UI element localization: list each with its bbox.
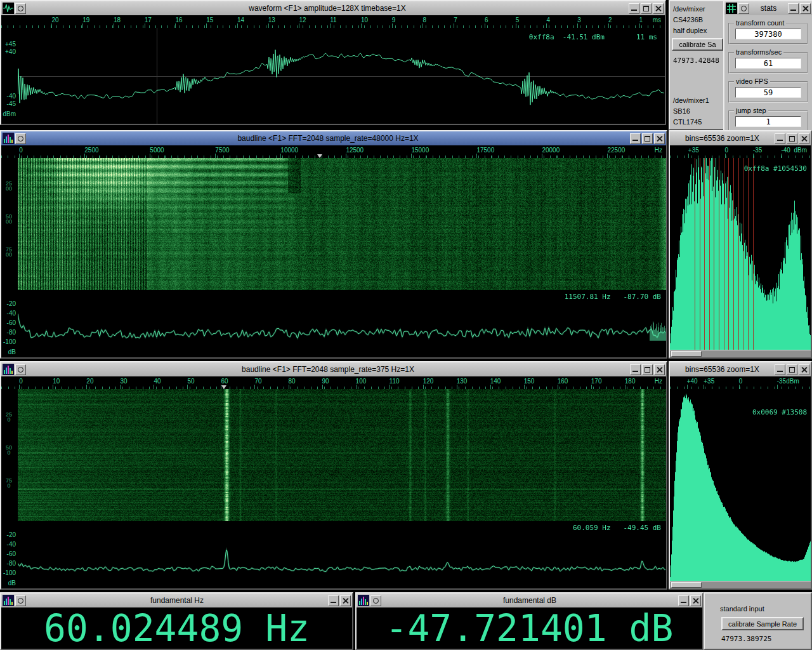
waveform-app-icon[interactable] — [3, 3, 14, 14]
ruler-label: 30 — [120, 378, 127, 385]
spectro375-db-axis: -20-40-60-80-100dB — [1, 521, 18, 588]
fundamental-db-value: -47.721401 dB — [357, 607, 702, 649]
waveform-minimize-button[interactable] — [629, 3, 639, 14]
hist48k-maximize-button[interactable] — [787, 133, 797, 144]
ruler-unit: Hz — [655, 147, 662, 154]
waveform-maximize-button[interactable] — [641, 3, 652, 14]
stats-group-label: jump step — [734, 107, 768, 114]
stats-shade-button[interactable] — [738, 3, 749, 14]
spectro48k-maximize-button[interactable] — [642, 133, 653, 144]
hist375-display[interactable]: 0x0069 #13508 — [670, 389, 811, 581]
spectro48k-shade-button[interactable] — [15, 133, 26, 144]
stats-group: video FPS59 — [728, 81, 808, 103]
ruler-label: 90 — [322, 378, 329, 385]
waveform-titlebar[interactable]: waveform <F1> amplitude=128X timebase=1X — [1, 1, 665, 15]
hist48k-scrollbar[interactable] — [670, 350, 811, 357]
fundamental-db-window: fundamental dB -47.721401 dB — [355, 592, 704, 650]
spectro375-frequency-ruler[interactable]: 0102030405060708090100110120130140150160… — [1, 376, 666, 389]
hist375-histogram-canvas[interactable] — [670, 389, 811, 581]
stats-group: transforms/sec61 — [728, 52, 808, 74]
hist375-scrollbar-thumb[interactable] — [671, 582, 702, 588]
axis-label: -40 — [7, 310, 16, 317]
calibrate-sample-button-clipped[interactable]: calibrate Sa — [672, 38, 723, 51]
ruler-label: 18 — [114, 17, 121, 23]
hist375-dbm-ruler[interactable]: +40+350-35dBm — [670, 376, 811, 389]
fundamental-db-titlebar[interactable]: fundamental dB — [357, 594, 702, 607]
hist48k-scrollbar-thumb[interactable] — [671, 351, 702, 357]
spectro48k-display[interactable]: 250050007500 -20-40-60-80-100dB 11507.81… — [1, 158, 666, 357]
stats-group-value: 59 — [735, 87, 801, 98]
baudline-app-icon3[interactable] — [3, 595, 14, 606]
ruler-label: 160 — [558, 378, 568, 385]
waveform-close-button[interactable] — [653, 3, 664, 14]
stats-window: stats transform count397380transforms/se… — [723, 0, 812, 131]
fundamental-hz-titlebar[interactable]: fundamental Hz — [1, 594, 352, 607]
ruler-label: 19 — [82, 17, 89, 23]
spectro48k-db-axis: -20-40-60-80-100dB — [1, 290, 18, 357]
waveform-window: waveform <F1> amplitude=128X timebase=1X… — [0, 0, 666, 125]
baudline-app-icon[interactable] — [3, 133, 14, 144]
fundamental-hz-close-button[interactable] — [340, 595, 351, 606]
ruler-label: 7 — [454, 17, 457, 23]
ruler-label: 17 — [145, 17, 152, 23]
spectro375-display[interactable]: 250500750 -20-40-60-80-100dB 60.059 Hz -… — [1, 389, 666, 588]
waveform-trace-canvas[interactable] — [18, 28, 665, 124]
ruler-label: 20 — [86, 378, 93, 385]
stats-close-button[interactable] — [800, 3, 811, 14]
fundamental-db-close-button[interactable] — [690, 595, 701, 606]
spectro48k-close-button[interactable] — [654, 133, 665, 144]
hist48k-titlebar[interactable]: bins=65536 zoom=1X — [670, 131, 811, 145]
baudline-app-icon4[interactable] — [358, 595, 369, 606]
hist375-titlebar[interactable]: bins=65536 zoom=1X — [670, 362, 811, 376]
waveform-shade-button[interactable] — [15, 3, 26, 14]
hist375-scrollbar[interactable] — [670, 581, 811, 588]
hist48k-dbm-ruler[interactable]: +350-35-40dBm — [670, 145, 811, 158]
ruler-label: 150 — [524, 378, 535, 385]
ruler-label: 0 — [739, 378, 743, 385]
hist48k-display[interactable]: 0xff8a #1054530 — [670, 158, 811, 350]
fundamental-db-shade-button[interactable] — [370, 595, 381, 606]
ruler-label: 20000 — [542, 147, 560, 154]
spectro48k-spectrogram-canvas[interactable] — [18, 158, 666, 290]
stats-app-icon[interactable] — [726, 3, 737, 14]
hist48k-minimize-button[interactable] — [775, 133, 785, 144]
ruler-label: 180 — [625, 378, 636, 385]
mixer-chip-name: CS4236B — [673, 16, 703, 23]
hist48k-window: bins=65536 zoom=1X +350-35-40dBm 0xff8a … — [669, 130, 812, 359]
spectro48k-minimize-button[interactable] — [630, 133, 641, 144]
waveform-time-ruler[interactable]: 2019181716151413121110987654321ms — [1, 15, 665, 28]
time-axis-label: 500 — [6, 445, 12, 455]
ruler-label: 12 — [299, 17, 306, 23]
fundamental-hz-minimize-button[interactable] — [328, 595, 339, 606]
hist48k-close-button[interactable] — [799, 133, 809, 144]
ruler-label: -35dBm — [777, 378, 799, 385]
spectro48k-titlebar[interactable]: baudline <F1> FFT=2048 sample_rate=48000… — [1, 131, 666, 145]
ruler-label: 60 — [221, 378, 228, 385]
hist375-maximize-button[interactable] — [787, 364, 797, 375]
ruler-label: 5000 — [150, 147, 164, 154]
spectro375-shade-button[interactable] — [15, 364, 26, 375]
ruler-label: 6 — [485, 17, 488, 23]
fundamental-hz-shade-button[interactable] — [15, 595, 26, 606]
spectro48k-frequency-ruler[interactable]: 0250050007500100001250015000175002000022… — [1, 145, 666, 158]
fundamental-db-minimize-button[interactable] — [678, 595, 689, 606]
stats-minimize-button[interactable] — [788, 3, 799, 14]
baudline-app-icon2[interactable] — [3, 364, 14, 375]
spectro375-spectrum-canvas[interactable] — [18, 521, 666, 588]
calibrate-sample-rate-button[interactable]: calibrate Sample Rate — [721, 617, 804, 630]
hist375-minimize-button[interactable] — [775, 364, 785, 375]
spectro375-spectrogram-canvas[interactable] — [18, 389, 666, 521]
stats-titlebar[interactable]: stats — [724, 1, 812, 15]
fundamental-hz-display: 60.024489 Hz — [1, 607, 352, 649]
spectro375-close-button[interactable] — [654, 364, 665, 375]
spectro375-minimize-button[interactable] — [630, 364, 641, 375]
axis-label: dB — [8, 580, 16, 587]
waveform-display[interactable]: +45+40-40-45dBm 0xff8a -41.51 dBm 11 ms — [1, 28, 665, 124]
stats-group-label: transform count — [734, 19, 786, 27]
hist48k-histogram-canvas[interactable] — [670, 158, 811, 350]
axis-label: -20 — [7, 531, 16, 538]
ruler-label: +35 — [688, 147, 699, 154]
spectro375-titlebar[interactable]: baudline <F1> FFT=2048 sample_rate=375 H… — [1, 362, 666, 376]
hist375-close-button[interactable] — [799, 364, 809, 375]
spectro375-maximize-button[interactable] — [642, 364, 653, 375]
